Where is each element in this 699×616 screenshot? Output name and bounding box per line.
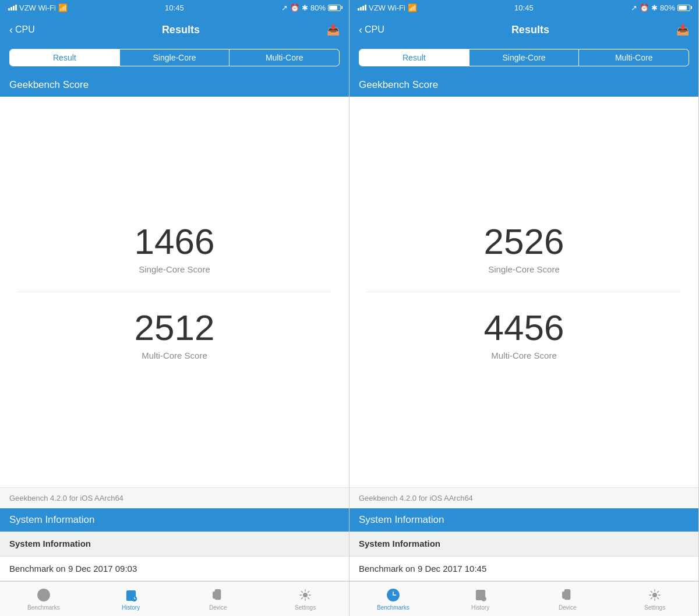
version-right: Geekbench 4.2.0 for iOS AArch64 [350,487,698,508]
back-button-right[interactable]: ‹ CPU [359,24,384,36]
wifi-icon-right: 📶 [408,3,417,12]
segment-result-right[interactable]: Result [359,49,469,66]
tab-benchmarks-left[interactable]: Benchmarks [0,582,87,616]
tab-history-label-left: History [122,604,140,611]
panel-right: VZW Wi-Fi 📶 10:45 ↗ ⏰ ✱ 80% ‹ CPU Result… [350,0,699,616]
tab-bar-left: Benchmarks History Device [0,581,349,616]
history-icon-right [473,587,488,603]
single-core-score-right: 2526 [484,224,564,260]
benchmarks-icon-right [386,587,401,603]
geekbench-header-right: Geekbench Score [350,73,698,97]
device-icon-left [210,587,225,603]
settings-icon-right [647,587,662,603]
geekbench-header-left: Geekbench Score [0,73,349,97]
chevron-left-icon: ‹ [9,24,13,36]
signal-icon-right [358,5,366,10]
segment-control-left: Result Single-Core Multi-Core [9,49,340,66]
status-left-right: VZW Wi-Fi 📶 [358,3,417,12]
tab-history-label-right: History [471,604,489,611]
location-icon: ↗ [281,3,288,12]
svg-point-19 [653,593,657,597]
segment-result-left[interactable]: Result [10,49,120,66]
segment-bar-left: Result Single-Core Multi-Core [0,44,349,73]
carrier-label-right: VZW Wi-Fi [369,3,405,12]
svg-rect-18 [563,592,566,598]
multi-core-label-left: Multi-Core Score [142,351,207,360]
time-label: 10:45 [165,3,184,12]
tab-device-right[interactable]: Device [524,582,612,616]
segment-bar-right: Result Single-Core Multi-Core [350,44,698,73]
segment-multi-left[interactable]: Multi-Core [230,49,339,66]
status-right: ↗ ⏰ ✱ 80% [281,3,341,12]
tab-device-label-right: Device [559,604,577,611]
tab-history-right[interactable]: History [437,582,524,616]
battery-icon [328,5,341,11]
single-core-label-left: Single-Core Score [139,264,210,274]
system-info-header-right: System Information [350,508,698,532]
carrier-label: VZW Wi-Fi [19,3,56,12]
nav-title-left: Results [162,24,200,36]
single-core-block-left: 1466 Single-Core Score [135,206,215,292]
status-bar-left: VZW Wi-Fi 📶 10:45 ↗ ⏰ ✱ 80% [0,0,349,15]
nav-title-right: Results [511,24,549,36]
tab-settings-label-right: Settings [644,604,665,611]
back-button-left[interactable]: ‹ CPU [9,24,35,36]
tab-benchmarks-label-right: Benchmarks [377,604,409,611]
system-info-label-left: System Information [9,539,91,548]
tab-settings-left[interactable]: Settings [262,582,349,616]
signal-icon [8,5,17,10]
benchmark-row-left: Benchmark on 9 Dec 2017 09:03 [0,557,349,581]
multi-core-score-right: 4456 [484,310,564,346]
status-right-right: ↗ ⏰ ✱ 80% [631,3,690,12]
tab-bar-right: Benchmarks History Device [350,581,698,616]
location-icon-right: ↗ [631,3,637,12]
settings-icon-left [298,587,313,603]
benchmark-row-right: Benchmark on 9 Dec 2017 10:45 [350,557,698,581]
device-icon-right [560,587,575,603]
tab-benchmarks-label-left: Benchmarks [27,604,60,611]
single-core-label-right: Single-Core Score [488,264,560,274]
panel-left: VZW Wi-Fi 📶 10:45 ↗ ⏰ ✱ 80% ‹ CPU Result… [0,0,350,616]
single-core-block-right: 2526 Single-Core Score [484,206,564,292]
system-info-label-right: System Information [359,539,440,548]
system-info-row-right: System Information [350,532,698,557]
share-button-left[interactable]: 📤 [327,23,340,36]
share-button-right[interactable]: 📤 [676,23,689,36]
tab-settings-right[interactable]: Settings [611,582,698,616]
tab-settings-label-left: Settings [295,604,316,611]
benchmarks-icon-left [36,587,51,603]
system-info-header-left: System Information [0,508,349,532]
tab-device-label-left: Device [209,604,227,611]
tab-benchmarks-right[interactable]: Benchmarks [350,582,437,616]
segment-multi-right[interactable]: Multi-Core [579,49,689,66]
status-left: VZW Wi-Fi 📶 [8,3,68,12]
multi-core-block-right: 4456 Multi-Core Score [484,292,564,378]
back-label-right: CPU [365,24,384,35]
segment-single-left[interactable]: Single-Core [120,49,230,66]
tab-device-left[interactable]: Device [175,582,262,616]
single-core-score-left: 1466 [135,224,215,260]
time-label-right: 10:45 [514,3,534,12]
multi-core-block-left: 2512 Multi-Core Score [135,292,215,378]
nav-bar-left: ‹ CPU Results 📤 [0,15,349,44]
segment-control-right: Result Single-Core Multi-Core [359,49,689,66]
bluetooth-icon: ✱ [302,3,308,12]
battery-percent: 80% [310,3,326,12]
back-label-left: CPU [15,24,35,35]
chevron-left-icon-right: ‹ [359,24,362,36]
history-icon-left [123,587,139,603]
status-bar-right: VZW Wi-Fi 📶 10:45 ↗ ⏰ ✱ 80% [350,0,698,15]
nav-bar-right: ‹ CPU Results 📤 [350,15,698,44]
battery-icon-right [677,5,690,11]
alarm-icon: ⏰ [290,3,299,12]
bluetooth-icon-right: ✱ [651,3,658,12]
svg-rect-8 [213,592,217,598]
wifi-icon: 📶 [58,3,68,12]
tab-history-left[interactable]: History [87,582,175,616]
multi-core-score-left: 2512 [135,310,215,346]
score-area-right: 2526 Single-Core Score 4456 Multi-Core S… [350,97,698,487]
version-left: Geekbench 4.2.0 for iOS AArch64 [0,487,349,508]
segment-single-right[interactable]: Single-Core [469,49,580,66]
svg-point-9 [303,593,308,597]
alarm-icon-right: ⏰ [640,3,649,12]
